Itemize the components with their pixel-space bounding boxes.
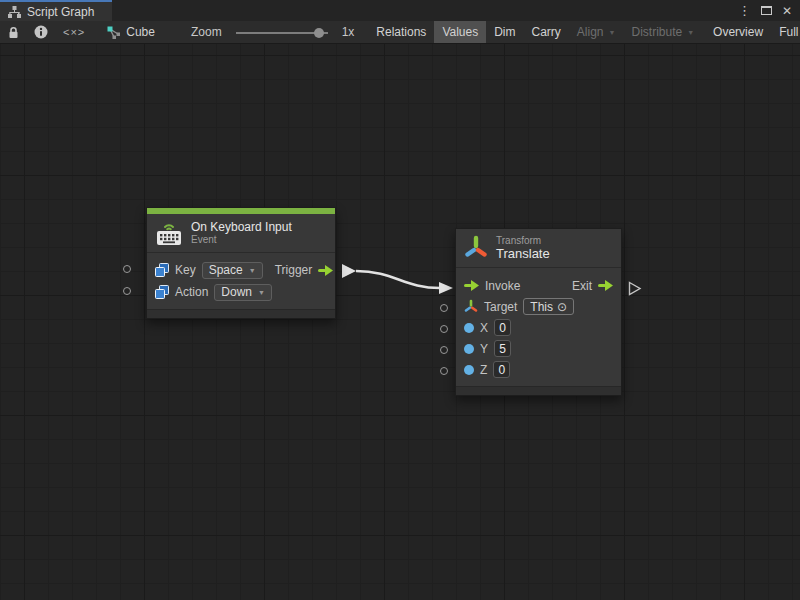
exit-flow-arrow-icon[interactable]: [598, 280, 613, 291]
event-node-header: On Keyboard Input Event: [147, 214, 335, 253]
titlebar: Script Graph ⋮ ✕: [0, 0, 800, 21]
fullscreen-button[interactable]: Full Screen: [771, 21, 800, 43]
tab-script-graph[interactable]: Script Graph: [0, 0, 112, 21]
x-value-input[interactable]: 0: [494, 319, 511, 336]
node-title: Translate: [496, 247, 550, 261]
zoom-label: Zoom: [185, 25, 228, 39]
values-button[interactable]: Values: [434, 21, 486, 43]
align-label: Align: [577, 25, 604, 39]
key-label: Key: [175, 263, 196, 277]
zoom-value: 1x: [336, 25, 361, 39]
object-picker-icon: ⊙: [557, 300, 567, 314]
connection-source-arrow-icon[interactable]: [342, 264, 356, 278]
y-port[interactable]: [440, 346, 448, 354]
chevron-down-icon: ▼: [609, 29, 616, 36]
align-button[interactable]: Align ▼: [569, 21, 624, 43]
chevron-down-icon: ▼: [687, 29, 694, 36]
z-row: Z 0: [464, 359, 613, 380]
exit-flow-hint-icon[interactable]: [630, 283, 641, 295]
key-value: Space: [209, 263, 243, 277]
exit-label: Exit: [572, 279, 592, 293]
x-row: X 0: [464, 317, 613, 338]
overview-button[interactable]: Overview: [705, 21, 771, 43]
invoke-flow-arrow-icon[interactable]: [464, 280, 479, 291]
graph-icon: [107, 26, 121, 39]
dim-button[interactable]: Dim: [486, 21, 523, 43]
keycode-icon: [155, 285, 169, 299]
graph-canvas[interactable]: On Keyboard Input Event Key Space ▼: [0, 44, 800, 600]
action-label: Action: [175, 285, 208, 299]
x-port[interactable]: [440, 325, 448, 333]
target-object-button[interactable]: This ⊙: [523, 298, 574, 315]
graph-hierarchy-icon: [8, 6, 21, 18]
chevron-down-icon: ▼: [249, 267, 256, 274]
x-value-port-icon: [464, 323, 474, 333]
key-port[interactable]: [123, 265, 131, 273]
trigger-flow-arrow-icon[interactable]: [318, 265, 333, 276]
node-subtitle: Event: [191, 234, 292, 246]
invoke-row: Invoke Exit: [464, 275, 613, 296]
keyboard-icon: [155, 221, 183, 246]
connection-layer: [0, 44, 800, 600]
zoom-slider[interactable]: [236, 21, 328, 44]
action-row: Action Down ▼: [155, 281, 327, 303]
tab-title: Script Graph: [27, 5, 94, 19]
event-node-body: Key Space ▼ Trigger: [147, 253, 335, 309]
carry-button[interactable]: Carry: [524, 21, 569, 43]
fullscreen-label: Full Screen: [779, 25, 800, 39]
node-footer: [456, 386, 621, 395]
z-value-port-icon: [464, 365, 474, 375]
maximize-icon[interactable]: [761, 6, 772, 15]
x-label: X: [480, 321, 488, 335]
key-row: Key Space ▼ Trigger: [155, 259, 327, 281]
target-value: This: [530, 300, 553, 314]
zoom-slider-handle[interactable]: [314, 28, 324, 38]
overview-label: Overview: [713, 25, 763, 39]
target-port[interactable]: [440, 304, 448, 312]
target-label: Target: [484, 300, 517, 314]
z-port[interactable]: [440, 367, 448, 375]
close-icon[interactable]: ✕: [782, 5, 792, 17]
y-row: Y 5: [464, 338, 613, 359]
zoom-control: Zoom 1x: [165, 21, 368, 43]
lock-button[interactable]: [0, 21, 27, 43]
relations-label: Relations: [376, 25, 426, 39]
window-menu-icon[interactable]: ⋮: [738, 4, 751, 17]
node-title: On Keyboard Input: [191, 220, 292, 234]
dim-label: Dim: [494, 25, 515, 39]
action-port[interactable]: [123, 287, 131, 295]
code-icon: <×>: [63, 26, 85, 38]
script-graph-window: Script Graph ⋮ ✕: [0, 0, 800, 600]
connection-dest-arrow-icon: [439, 282, 453, 294]
relations-button[interactable]: Relations: [368, 21, 434, 43]
on-keyboard-input-node[interactable]: On Keyboard Input Event Key Space ▼: [146, 207, 336, 319]
transform-mini-icon: [464, 299, 478, 314]
values-label: Values: [442, 25, 478, 39]
trigger-label: Trigger: [275, 263, 313, 277]
graph-reference[interactable]: Cube: [93, 21, 165, 43]
info-button[interactable]: [27, 21, 55, 43]
graph-name: Cube: [126, 25, 155, 39]
translate-node[interactable]: Transform Translate Invoke Exit: [455, 228, 622, 396]
toolbar: <×> Cube Zoom 1x Relations: [0, 21, 800, 44]
carry-label: Carry: [532, 25, 561, 39]
target-row: Target This ⊙: [464, 296, 613, 317]
lock-icon: [7, 26, 20, 39]
node-footer: [147, 309, 335, 318]
key-dropdown[interactable]: Space ▼: [202, 262, 263, 279]
translate-node-body: Invoke Exit Target: [456, 268, 621, 386]
invoke-label: Invoke: [485, 279, 520, 293]
transform-icon: [464, 235, 488, 261]
distribute-button[interactable]: Distribute ▼: [623, 21, 702, 43]
chevron-down-icon: ▼: [258, 289, 265, 296]
y-value-port-icon: [464, 344, 474, 354]
connection-wire[interactable]: [356, 271, 440, 288]
y-value-input[interactable]: 5: [494, 340, 511, 357]
keycode-icon: [155, 263, 169, 277]
z-value-input[interactable]: 0: [493, 361, 510, 378]
distribute-label: Distribute: [631, 25, 682, 39]
translate-node-header: Transform Translate: [456, 229, 621, 268]
action-dropdown[interactable]: Down ▼: [214, 284, 272, 301]
info-icon: [34, 25, 48, 39]
code-preview-button[interactable]: <×>: [55, 21, 93, 43]
